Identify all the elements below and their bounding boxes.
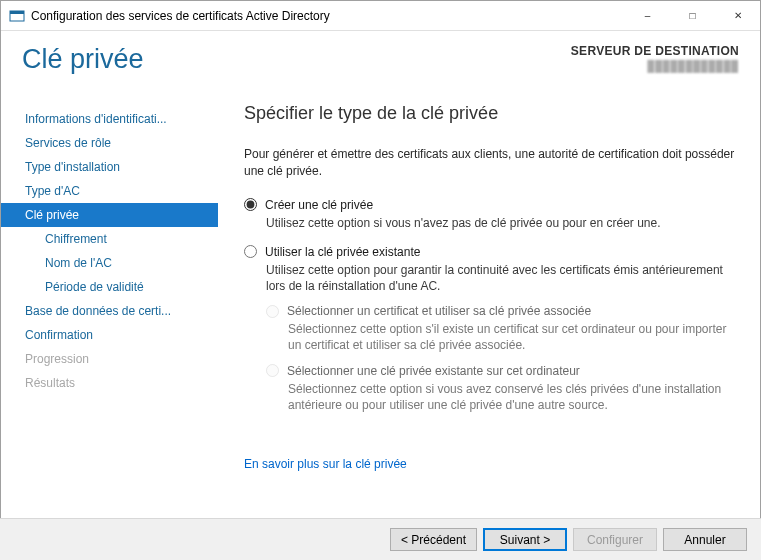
cancel-button[interactable]: Annuler — [663, 528, 747, 551]
radio-select-cert — [266, 305, 279, 318]
svg-rect-1 — [10, 11, 24, 14]
app-icon — [9, 8, 25, 24]
label-create-key: Créer une clé privée — [265, 198, 373, 212]
label-existing-key: Utiliser la clé privée existante — [265, 245, 420, 259]
close-button[interactable]: ✕ — [715, 1, 760, 31]
intro-text: Pour générer et émettre des certificats … — [244, 146, 736, 180]
previous-button[interactable]: < Précédent — [390, 528, 477, 551]
main-panel: Spécifier le type de la clé privée Pour … — [218, 33, 760, 521]
sidebar-item-6[interactable]: Nom de l'AC — [1, 251, 218, 275]
label-select-cert: Sélectionner un certificat et utiliser s… — [287, 304, 591, 318]
footer: < Précédent Suivant > Configurer Annuler — [0, 518, 761, 560]
maximize-button[interactable]: □ — [670, 1, 715, 31]
suboption-select-cert: Sélectionner un certificat et utiliser s… — [266, 304, 736, 353]
sidebar-item-10: Progression — [1, 347, 218, 371]
label-select-key: Sélectionner une clé privée existante su… — [287, 364, 580, 378]
radio-select-key — [266, 364, 279, 377]
sidebar: Informations d'identificati...Services d… — [1, 33, 218, 521]
sidebar-item-5[interactable]: Chiffrement — [1, 227, 218, 251]
main-heading: Spécifier le type de la clé privée — [244, 103, 736, 124]
desc-select-cert: Sélectionnez cette option s'il existe un… — [288, 321, 736, 353]
window-title: Configuration des services de certificat… — [31, 9, 625, 23]
desc-select-key: Sélectionnez cette option si vous avez c… — [288, 381, 736, 413]
sidebar-item-1[interactable]: Services de rôle — [1, 131, 218, 155]
next-button[interactable]: Suivant > — [483, 528, 567, 551]
minimize-button[interactable]: – — [625, 1, 670, 31]
titlebar: Configuration des services de certificat… — [1, 1, 760, 31]
sidebar-item-2[interactable]: Type d'installation — [1, 155, 218, 179]
learn-more-link[interactable]: En savoir plus sur la clé privée — [244, 457, 407, 471]
suboption-select-key: Sélectionner une clé privée existante su… — [266, 364, 736, 413]
sidebar-item-4[interactable]: Clé privée — [1, 203, 218, 227]
option-create-key: Créer une clé privée Utilisez cette opti… — [244, 198, 736, 231]
option-existing-key: Utiliser la clé privée existante Utilise… — [244, 245, 736, 413]
sidebar-item-11: Résultats — [1, 371, 218, 395]
sidebar-item-9[interactable]: Confirmation — [1, 323, 218, 347]
configure-button: Configurer — [573, 528, 657, 551]
sidebar-item-3[interactable]: Type d'AC — [1, 179, 218, 203]
desc-create-key: Utilisez cette option si vous n'avez pas… — [266, 215, 736, 231]
sidebar-item-8[interactable]: Base de données de certi... — [1, 299, 218, 323]
sidebar-item-7[interactable]: Période de validité — [1, 275, 218, 299]
radio-existing-key[interactable] — [244, 245, 257, 258]
radio-create-key[interactable] — [244, 198, 257, 211]
desc-existing-key: Utilisez cette option pour garantir la c… — [266, 262, 736, 294]
sidebar-item-0[interactable]: Informations d'identificati... — [1, 107, 218, 131]
